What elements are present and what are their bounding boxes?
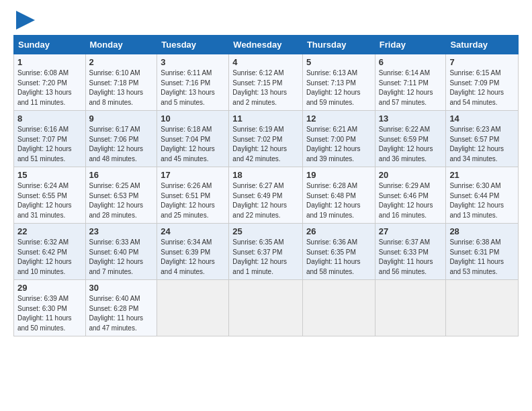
- day-info: Sunrise: 6:23 AM Sunset: 6:57 PM Dayligh…: [449, 125, 515, 164]
- calendar-cell: 23Sunrise: 6:33 AM Sunset: 6:40 PM Dayli…: [85, 224, 157, 280]
- day-info: Sunrise: 6:22 AM Sunset: 6:59 PM Dayligh…: [379, 125, 443, 164]
- day-number: 8: [17, 113, 82, 124]
- calendar-cell: 5Sunrise: 6:13 AM Sunset: 7:13 PM Daylig…: [302, 54, 375, 111]
- calendar-table: Sunday Monday Tuesday Wednesday Thursday…: [13, 35, 519, 336]
- calendar-cell: 14Sunrise: 6:23 AM Sunset: 6:57 PM Dayli…: [446, 111, 519, 167]
- col-sunday: Sunday: [14, 36, 86, 54]
- day-number: 19: [306, 170, 371, 180]
- day-info: Sunrise: 6:32 AM Sunset: 6:42 PM Dayligh…: [17, 238, 82, 277]
- day-number: 17: [161, 170, 225, 180]
- day-info: Sunrise: 6:16 AM Sunset: 7:07 PM Dayligh…: [17, 125, 82, 164]
- day-number: 26: [306, 226, 371, 236]
- day-info: Sunrise: 6:29 AM Sunset: 6:46 PM Dayligh…: [379, 181, 443, 220]
- day-info: Sunrise: 6:26 AM Sunset: 6:51 PM Dayligh…: [161, 181, 225, 220]
- calendar-cell: 19Sunrise: 6:28 AM Sunset: 6:48 PM Dayli…: [302, 167, 375, 224]
- calendar-week-row: 22Sunrise: 6:32 AM Sunset: 6:42 PM Dayli…: [14, 224, 519, 280]
- day-info: Sunrise: 6:19 AM Sunset: 7:02 PM Dayligh…: [232, 125, 299, 164]
- calendar-cell: 21Sunrise: 6:30 AM Sunset: 6:44 PM Dayli…: [446, 167, 519, 224]
- calendar-cell: 11Sunrise: 6:19 AM Sunset: 7:02 PM Dayli…: [229, 111, 303, 167]
- calendar-cell: 10Sunrise: 6:18 AM Sunset: 7:04 PM Dayli…: [157, 111, 229, 167]
- calendar-cell: 18Sunrise: 6:27 AM Sunset: 6:49 PM Dayli…: [229, 167, 303, 224]
- day-info: Sunrise: 6:15 AM Sunset: 7:09 PM Dayligh…: [449, 68, 515, 107]
- calendar-week-row: 8Sunrise: 6:16 AM Sunset: 7:07 PM Daylig…: [14, 111, 519, 167]
- day-number: 16: [89, 170, 154, 180]
- day-number: 1: [17, 57, 82, 67]
- calendar-cell: 29Sunrise: 6:39 AM Sunset: 6:30 PM Dayli…: [14, 280, 86, 336]
- page-container: Sunday Monday Tuesday Wednesday Thursday…: [0, 0, 532, 350]
- day-number: 14: [449, 113, 515, 124]
- calendar-week-row: 15Sunrise: 6:24 AM Sunset: 6:55 PM Dayli…: [14, 167, 519, 224]
- logo-arrow-icon: [16, 11, 35, 30]
- svg-marker-0: [16, 11, 35, 30]
- day-number: 5: [306, 57, 371, 67]
- calendar-cell: 22Sunrise: 6:32 AM Sunset: 6:42 PM Dayli…: [14, 224, 86, 280]
- day-info: Sunrise: 6:13 AM Sunset: 7:13 PM Dayligh…: [306, 68, 371, 107]
- col-tuesday: Tuesday: [157, 36, 229, 54]
- day-info: Sunrise: 6:35 AM Sunset: 6:37 PM Dayligh…: [232, 238, 299, 277]
- calendar-cell: 26Sunrise: 6:36 AM Sunset: 6:35 PM Dayli…: [302, 224, 375, 280]
- day-info: Sunrise: 6:34 AM Sunset: 6:39 PM Dayligh…: [161, 238, 225, 277]
- day-number: 2: [89, 57, 154, 67]
- calendar-cell: 3Sunrise: 6:11 AM Sunset: 7:16 PM Daylig…: [157, 54, 229, 111]
- day-number: 6: [379, 57, 443, 67]
- calendar-cell: 7Sunrise: 6:15 AM Sunset: 7:09 PM Daylig…: [446, 54, 519, 111]
- col-wednesday: Wednesday: [229, 36, 303, 54]
- calendar-cell: 27Sunrise: 6:37 AM Sunset: 6:33 PM Dayli…: [375, 224, 446, 280]
- day-info: Sunrise: 6:38 AM Sunset: 6:31 PM Dayligh…: [449, 238, 515, 277]
- day-number: 28: [449, 226, 515, 236]
- day-info: Sunrise: 6:08 AM Sunset: 7:20 PM Dayligh…: [17, 68, 82, 107]
- calendar-header: Sunday Monday Tuesday Wednesday Thursday…: [14, 36, 519, 54]
- calendar-cell: 8Sunrise: 6:16 AM Sunset: 7:07 PM Daylig…: [14, 111, 86, 167]
- calendar-cell: 2Sunrise: 6:10 AM Sunset: 7:18 PM Daylig…: [85, 54, 157, 111]
- day-number: 13: [379, 113, 443, 124]
- day-number: 25: [232, 226, 299, 236]
- calendar-cell: 12Sunrise: 6:21 AM Sunset: 7:00 PM Dayli…: [302, 111, 375, 167]
- calendar-cell: [302, 280, 375, 336]
- day-info: Sunrise: 6:39 AM Sunset: 6:30 PM Dayligh…: [17, 294, 82, 333]
- day-info: Sunrise: 6:17 AM Sunset: 7:06 PM Dayligh…: [89, 125, 154, 164]
- calendar-cell: 28Sunrise: 6:38 AM Sunset: 6:31 PM Dayli…: [446, 224, 519, 280]
- day-number: 23: [89, 226, 154, 236]
- day-number: 4: [232, 57, 299, 67]
- header-row: Sunday Monday Tuesday Wednesday Thursday…: [14, 36, 519, 54]
- calendar-cell: 1Sunrise: 6:08 AM Sunset: 7:20 PM Daylig…: [14, 54, 86, 111]
- calendar-cell: [157, 280, 229, 336]
- calendar-cell: 17Sunrise: 6:26 AM Sunset: 6:51 PM Dayli…: [157, 167, 229, 224]
- day-info: Sunrise: 6:27 AM Sunset: 6:49 PM Dayligh…: [232, 181, 299, 220]
- calendar-cell: 6Sunrise: 6:14 AM Sunset: 7:11 PM Daylig…: [375, 54, 446, 111]
- calendar-cell: [229, 280, 303, 336]
- day-number: 21: [449, 170, 515, 180]
- day-info: Sunrise: 6:21 AM Sunset: 7:00 PM Dayligh…: [306, 125, 371, 164]
- day-number: 24: [161, 226, 225, 236]
- day-number: 9: [89, 113, 154, 124]
- day-number: 29: [17, 283, 82, 293]
- day-number: 11: [232, 113, 299, 124]
- day-info: Sunrise: 6:11 AM Sunset: 7:16 PM Dayligh…: [161, 68, 225, 107]
- day-info: Sunrise: 6:10 AM Sunset: 7:18 PM Dayligh…: [89, 68, 154, 107]
- day-info: Sunrise: 6:30 AM Sunset: 6:44 PM Dayligh…: [449, 181, 515, 220]
- day-number: 22: [17, 226, 82, 236]
- calendar-cell: 9Sunrise: 6:17 AM Sunset: 7:06 PM Daylig…: [85, 111, 157, 167]
- day-info: Sunrise: 6:28 AM Sunset: 6:48 PM Dayligh…: [306, 181, 371, 220]
- calendar-week-row: 29Sunrise: 6:39 AM Sunset: 6:30 PM Dayli…: [14, 280, 519, 336]
- calendar-week-row: 1Sunrise: 6:08 AM Sunset: 7:20 PM Daylig…: [14, 54, 519, 111]
- day-info: Sunrise: 6:25 AM Sunset: 6:53 PM Dayligh…: [89, 181, 154, 220]
- logo: [13, 11, 35, 30]
- day-info: Sunrise: 6:12 AM Sunset: 7:15 PM Dayligh…: [232, 68, 299, 107]
- day-number: 7: [449, 57, 515, 67]
- day-number: 30: [89, 283, 154, 293]
- calendar-cell: 30Sunrise: 6:40 AM Sunset: 6:28 PM Dayli…: [85, 280, 157, 336]
- day-info: Sunrise: 6:24 AM Sunset: 6:55 PM Dayligh…: [17, 181, 82, 220]
- day-info: Sunrise: 6:33 AM Sunset: 6:40 PM Dayligh…: [89, 238, 154, 277]
- day-info: Sunrise: 6:40 AM Sunset: 6:28 PM Dayligh…: [89, 294, 154, 333]
- day-number: 12: [306, 113, 371, 124]
- calendar-cell: 24Sunrise: 6:34 AM Sunset: 6:39 PM Dayli…: [157, 224, 229, 280]
- day-number: 20: [379, 170, 443, 180]
- day-number: 27: [379, 226, 443, 236]
- day-number: 18: [232, 170, 299, 180]
- page-header: [13, 11, 519, 30]
- day-number: 3: [161, 57, 225, 67]
- day-info: Sunrise: 6:14 AM Sunset: 7:11 PM Dayligh…: [379, 68, 443, 107]
- calendar-cell: 25Sunrise: 6:35 AM Sunset: 6:37 PM Dayli…: [229, 224, 303, 280]
- day-number: 15: [17, 170, 82, 180]
